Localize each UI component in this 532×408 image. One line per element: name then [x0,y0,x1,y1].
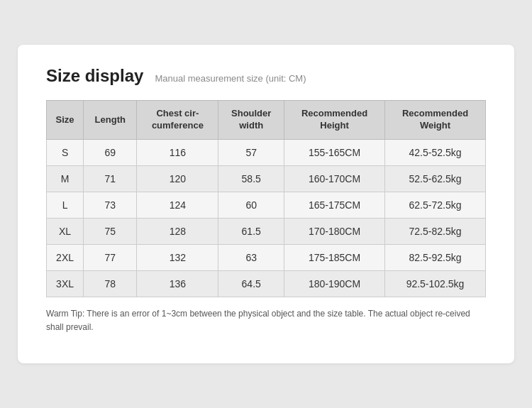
table-row: S6911657155-165CM42.5-52.5kg [47,140,486,166]
cell-length: 69 [84,140,137,166]
cell-shoulder: 58.5 [218,166,284,192]
page-subtitle: Manual measurement size (unit: CM) [155,73,306,84]
table-row: 3XL7813664.5180-190CM92.5-102.5kg [47,271,486,297]
cell-chest: 124 [137,192,218,219]
cell-size: 3XL [47,271,84,297]
cell-weight: 62.5-72.5kg [384,192,485,219]
cell-size: 2XL [47,245,84,271]
card-header: Size display Manual measurement size (un… [46,66,486,86]
size-display-card: Size display Manual measurement size (un… [18,45,514,363]
cell-weight: 92.5-102.5kg [384,271,485,297]
col-weight: RecommendedWeight [384,101,485,140]
cell-length: 77 [84,245,137,271]
col-height: RecommendedHeight [284,101,385,140]
cell-shoulder: 57 [218,140,284,166]
cell-weight: 72.5-82.5kg [384,219,485,245]
cell-length: 78 [84,271,137,297]
table-header-row: Size Length Chest cir-cumference Shoulde… [47,101,486,140]
cell-length: 71 [84,166,137,192]
cell-length: 73 [84,192,137,219]
cell-chest: 132 [137,245,218,271]
cell-height: 165-175CM [284,192,385,219]
cell-size: S [47,140,84,166]
warm-tip-text: Warm Tip: There is an error of 1~3cm bet… [46,307,486,334]
cell-height: 180-190CM [284,271,385,297]
col-size: Size [47,101,84,140]
size-table: Size Length Chest cir-cumference Shoulde… [46,100,486,297]
cell-length: 75 [84,219,137,245]
cell-height: 155-165CM [284,140,385,166]
cell-height: 175-185CM [284,245,385,271]
table-row: 2XL7713263175-185CM82.5-92.5kg [47,245,486,271]
cell-size: L [47,192,84,219]
table-row: M7112058.5160-170CM52.5-62.5kg [47,166,486,192]
cell-height: 160-170CM [284,166,385,192]
cell-shoulder: 60 [218,192,284,219]
cell-size: XL [47,219,84,245]
col-length: Length [84,101,137,140]
cell-chest: 128 [137,219,218,245]
cell-shoulder: 61.5 [218,219,284,245]
table-row: L7312460165-175CM62.5-72.5kg [47,192,486,219]
cell-chest: 116 [137,140,218,166]
cell-weight: 52.5-62.5kg [384,166,485,192]
cell-weight: 42.5-52.5kg [384,140,485,166]
col-chest: Chest cir-cumference [137,101,218,140]
cell-shoulder: 64.5 [218,271,284,297]
cell-chest: 120 [137,166,218,192]
cell-height: 170-180CM [284,219,385,245]
cell-weight: 82.5-92.5kg [384,245,485,271]
cell-shoulder: 63 [218,245,284,271]
cell-size: M [47,166,84,192]
col-shoulder: Shoulderwidth [218,101,284,140]
table-row: XL7512861.5170-180CM72.5-82.5kg [47,219,486,245]
cell-chest: 136 [137,271,218,297]
page-title: Size display [46,66,143,86]
